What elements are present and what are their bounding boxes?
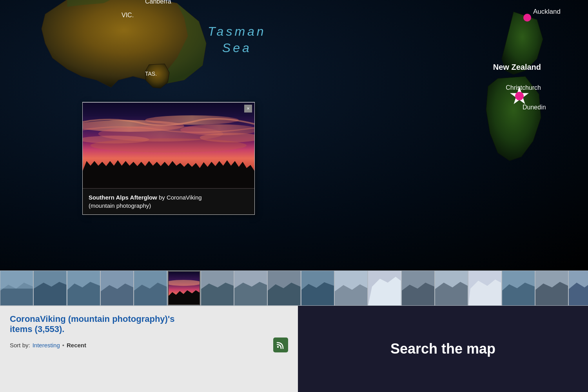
sort-recent-label: Recent [67,342,86,348]
christchurch-label: Christchurch [506,84,541,91]
svg-point-2 [145,115,239,125]
thumbnail-item[interactable] [67,271,100,305]
rss-button[interactable] [273,338,288,352]
rss-icon [276,341,285,349]
thumbnail-item-active[interactable] [168,271,200,305]
thumbnail-item[interactable] [301,271,334,305]
sort-interesting-link[interactable]: Interesting [33,342,60,348]
search-map-label: Search the map [390,341,495,357]
photo-popup: × [82,102,255,215]
user-title[interactable]: CoronaViking (mountain photography)'s it… [10,314,288,334]
popup-author: by CoronaViking [159,194,202,201]
map-area[interactable]: Canberra VIC. TAS. Tasman Sea [0,0,588,270]
thumbnail-strip [0,270,588,306]
svg-point-7 [91,138,247,152]
user-title-line1: CoronaViking (mountain photography)'s [10,314,174,324]
popup-caption: Southern Alps Afterglow by CoronaViking … [83,189,254,214]
svg-rect-9 [0,271,33,289]
popup-category: (mountain photography) [89,202,151,209]
bottom-panel: CoronaViking (mountain photography)'s it… [0,306,588,392]
user-title-line2: items (3,553). [10,324,64,334]
new-zealand-label: New Zealand [493,63,541,72]
thumbnail-item[interactable] [201,271,234,305]
auckland-label: Auckland [533,8,561,16]
thumbnail-item[interactable] [535,271,568,305]
thumbnail-item[interactable] [234,271,267,305]
info-panel: CoronaViking (mountain photography)'s it… [0,306,298,392]
thumbnail-item[interactable] [101,271,133,305]
svg-point-15 [169,280,200,286]
tasmania-landmass: TAS. [141,61,172,92]
tas-label: TAS. [145,71,157,77]
thumbnail-item[interactable] [134,271,167,305]
popup-title: Southern Alps Afterglow [89,194,157,201]
svg-rect-28 [277,346,279,348]
dunedin-label: Dunedin [523,104,546,111]
auckland-marker[interactable] [523,14,531,22]
thumbnail-item[interactable] [468,271,501,305]
thumbnail-item[interactable] [335,271,367,305]
thumbnail-item[interactable] [402,271,434,305]
popup-close-button[interactable]: × [244,105,252,113]
sort-label: Sort by: [10,342,30,348]
sort-separator: • [62,342,64,348]
thumbnail-item[interactable] [34,271,66,305]
thumbnail-item[interactable] [569,271,588,305]
australia-landmass [31,0,227,102]
thumbnail-item[interactable] [368,271,401,305]
thumbnail-item[interactable] [268,271,300,305]
thumbnail-item[interactable] [0,271,33,305]
popup-photo [83,102,254,189]
thumbnail-item[interactable] [502,271,535,305]
sort-controls: Sort by: Interesting • Recent [10,338,288,352]
thumbnail-item[interactable] [435,271,468,305]
search-panel[interactable]: Search the map [298,306,588,392]
